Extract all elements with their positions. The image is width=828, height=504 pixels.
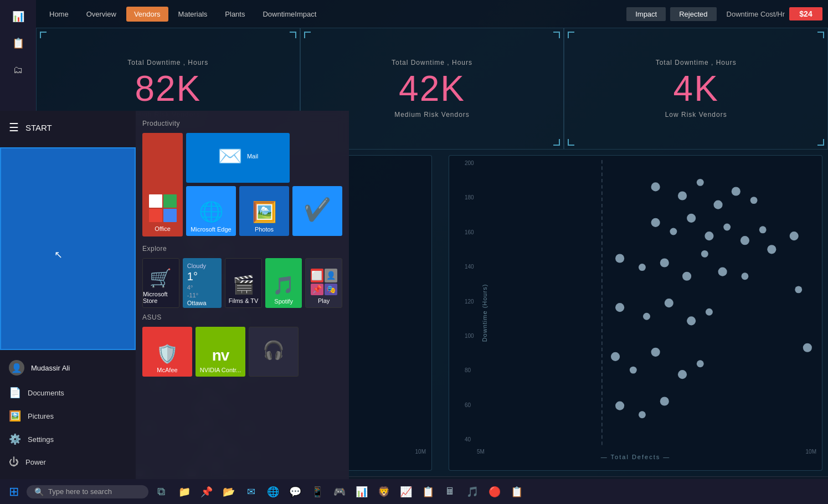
svg-point-90 [660,397,669,405]
header-right: Impact Rejected Downtime Cost/Hr $24 [626,7,822,21]
documents-label: Documents [28,389,64,397]
kpi-medium-value: 42K [399,71,465,106]
tile-spotify[interactable]: 🎵 Spotify [265,258,302,308]
svg-point-83 [611,352,620,361]
tile-filmstv[interactable]: 🎬 Films & TV [225,258,262,308]
chart-right: Downtime (Hours) 200 180 160 140 120 100… [449,155,822,471]
taskbar-app-whatsapp[interactable]: 📱 [307,481,328,502]
nav-materials[interactable]: Materials [171,7,215,22]
taskbar-app-brave[interactable]: 🦁 [373,481,394,502]
taskbar-app-mail[interactable]: ✉ [240,481,261,502]
tile-headset[interactable]: 🎧 [249,327,299,377]
taskbar-app-pin[interactable]: 📌 [196,481,217,502]
nav-vendors[interactable]: Vendors [126,7,168,22]
nav-overview[interactable]: Overview [79,7,124,22]
user-name: Mudassir Ali [31,364,70,372]
svg-point-85 [651,348,660,357]
tile-photos[interactable]: 🖼️ Photos [239,186,289,236]
svg-point-79 [643,313,650,320]
asus-row: 🛡️ McAfee nv NVIDIA Contr... 🎧 [142,327,342,377]
start-menu-item-documents[interactable]: 📄 Documents [0,381,136,404]
cursor-icon: ↖ [54,249,60,259]
svg-point-60 [713,200,722,209]
tile-edge[interactable]: 🌐 Microsoft Edge [186,186,236,236]
start-title: START [25,123,52,132]
start-menu-header: ☰ START [0,116,136,143]
nav-downtime-impact[interactable]: DowntimeImpact [255,7,324,22]
svg-point-57 [651,182,660,191]
documents-icon: 📄 [9,387,21,399]
productivity-row-1: Office ✉️ Mail 🌐 Microsoft Edge 🖼️ [142,133,342,239]
start-button[interactable]: ⊞ [3,481,24,502]
tile-photos-label: Photos [255,226,274,233]
downtime-cost-value[interactable]: $24 [789,7,822,20]
tile-nvidia[interactable]: nv NVIDIA Contr... [196,327,245,377]
taskbar-app-red[interactable]: 🔴 [484,481,505,502]
sidebar-icon-list[interactable]: 📋 [7,32,29,54]
task-view-button[interactable]: ⧉ [151,481,172,502]
nav-home[interactable]: Home [42,7,76,22]
chart-right-x-label: — Total Defects — [601,454,671,460]
hamburger-icon: ☰ [9,121,19,134]
svg-point-68 [740,236,749,245]
tile-spotify-label: Spotify [274,298,293,305]
impact-button[interactable]: Impact [626,7,666,21]
kpi-low-label: Total Downtime , Hours [656,59,737,66]
svg-point-82 [706,308,713,316]
start-menu-item-settings[interactable]: ⚙️ Settings [0,428,136,451]
taskbar-app-folder[interactable]: 📂 [218,481,239,502]
tile-weather-label: Ottawa [187,300,207,306]
search-box[interactable]: 🔍 [27,485,148,498]
search-input[interactable] [48,487,137,496]
tile-todo[interactable]: ✔️ [292,186,342,236]
rejected-button[interactable]: Rejected [670,7,716,21]
taskbar-app-chrome[interactable]: 🌐 [263,481,284,502]
nav-plants[interactable]: Plants [217,7,253,22]
taskbar: ⊞ 🔍 ⧉ 📁 📌 📂 ✉ 🌐 💬 📱 🎮 📊 🦁 📈 📋 🖩 🎵 🔴 📋 [0,479,828,504]
tile-mcafee[interactable]: 🛡️ McAfee [142,327,192,377]
svg-point-86 [678,370,687,379]
taskbar-app-clipboard[interactable]: 📋 [506,481,527,502]
tile-mail[interactable]: ✉️ Mail [186,133,290,183]
search-icon: 🔍 [34,487,44,496]
svg-point-59 [697,179,704,186]
tile-mcafee-label: McAfee [157,367,177,373]
kpi-high-label: Total Downtime , Hours [127,59,208,66]
svg-point-58 [678,191,687,200]
sidebar-icon-chart[interactable]: 📊 [7,6,29,28]
taskbar-app-skype[interactable]: 💬 [285,481,306,502]
start-menu-item-power[interactable]: ⏻ Power [0,451,136,474]
user-account[interactable]: 👤 Mudassir Ali [0,354,136,381]
svg-point-70 [615,254,624,263]
svg-point-62 [750,197,758,204]
productivity-row-2: 🌐 Microsoft Edge 🖼️ Photos ✔️ [186,186,342,236]
taskbar-app-calc[interactable]: 🖩 [440,481,461,502]
svg-point-88 [615,402,624,410]
start-menu-item-pictures[interactable]: 🖼️ Pictures [0,404,136,428]
tile-play[interactable]: ⬜ 👤 📌 🎭 Play [305,258,342,308]
taskbar-app-music[interactable]: 🎵 [462,481,483,502]
taskbar-app-powerpoint[interactable]: 📋 [418,481,439,502]
svg-point-84 [630,367,637,374]
kpi-low-value: 4K [673,71,719,106]
start-menu-tiles: Productivity Office ✉️ Mail [136,111,349,479]
selected-tile-area: ↖ [0,147,136,350]
scatter-chart-right [477,160,816,446]
taskbar-app-stack[interactable]: 🎮 [329,481,350,502]
sidebar-icon-grid[interactable]: 🗂 [7,59,29,81]
tile-weather[interactable]: Cloudy 1° 4° -11° Ottawa [183,258,222,308]
taskbar-app-explorer[interactable]: 📁 [174,481,195,502]
explore-section-label: Explore [142,245,342,253]
tile-msstore-label: Microsoft Store [143,291,179,304]
pictures-icon: 🖼️ [9,410,21,422]
taskbar-app-excel[interactable]: 📈 [395,481,416,502]
tile-msstore[interactable]: 🛒 Microsoft Store [142,258,179,308]
svg-point-61 [732,187,740,196]
tile-edge-label: Microsoft Edge [191,226,231,233]
svg-point-91 [790,232,799,240]
svg-point-80 [665,299,673,307]
tile-office[interactable]: Office [142,133,183,236]
top-header: Home Overview Vendors Materials Plants D… [36,0,828,28]
tile-play-label: Play [318,297,330,304]
taskbar-app-cura[interactable]: 📊 [351,481,372,502]
